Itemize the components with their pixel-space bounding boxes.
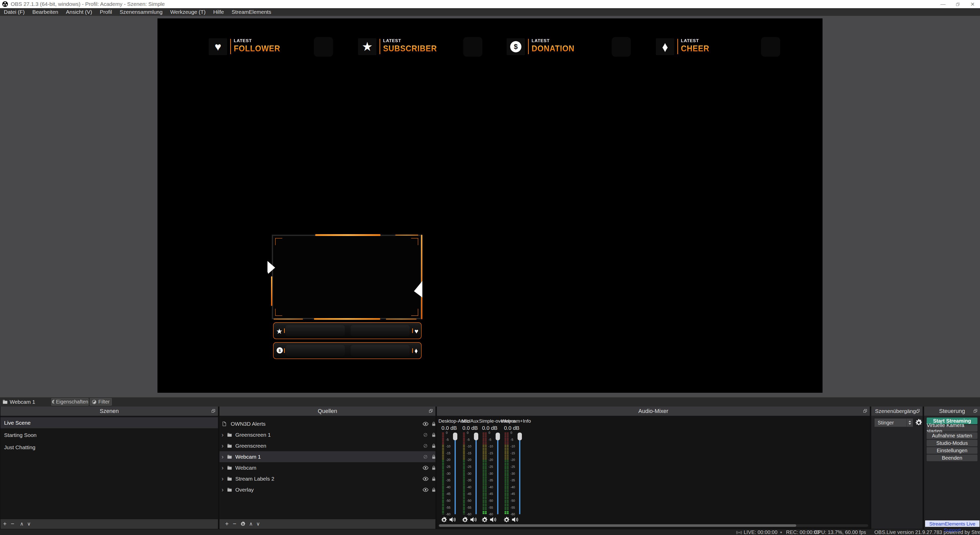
dollar-coin-icon: $	[507, 38, 525, 55]
volume-slider[interactable]	[474, 433, 479, 514]
add-source-button[interactable]: +	[225, 519, 229, 529]
start-recording-button[interactable]: Aufnahme starten	[927, 432, 977, 439]
move-scene-down-button[interactable]: ∨	[27, 519, 31, 529]
studio-mode-button[interactable]: Studio-Modus	[927, 440, 977, 446]
minimize-button[interactable]: —	[935, 0, 950, 8]
channel-gear-icon[interactable]	[441, 517, 447, 523]
scene-item[interactable]: Live Scene	[0, 417, 218, 428]
hidden-eye-icon[interactable]	[423, 433, 428, 437]
source-row[interactable]: › Overlay	[220, 484, 435, 495]
dock-icon[interactable]	[863, 409, 867, 413]
scene-item[interactable]: Starting Soon	[0, 430, 218, 441]
frame-accent	[395, 235, 418, 235]
expand-chevron-icon[interactable]: ›	[221, 462, 224, 473]
settings-button[interactable]: Einstellungen	[927, 447, 977, 454]
chevron-down-icon	[908, 423, 911, 425]
lock-icon[interactable]	[432, 455, 436, 459]
speaker-icon[interactable]	[490, 517, 496, 522]
banner-divider	[528, 39, 529, 54]
channel-gear-icon[interactable]	[482, 517, 488, 523]
source-toolbar: Webcam 1 Eigenschaften Filter	[0, 398, 980, 407]
visible-eye-icon[interactable]	[423, 477, 428, 481]
source-properties-gear-icon[interactable]	[240, 521, 245, 527]
source-row[interactable]: OWN3D Alerts	[220, 418, 435, 429]
dollar-coin-icon: $	[277, 347, 283, 353]
expand-chevron-icon[interactable]: ›	[221, 440, 224, 451]
slider-handle[interactable]	[517, 433, 522, 440]
menu-bearbeiten[interactable]: Bearbeiten	[29, 8, 62, 16]
visible-eye-icon[interactable]	[423, 466, 428, 470]
visible-eye-icon[interactable]	[423, 488, 428, 492]
source-row[interactable]: › Greenscreen 1	[220, 429, 435, 440]
hidden-eye-icon[interactable]	[423, 455, 428, 459]
properties-button[interactable]: Eigenschaften	[51, 398, 89, 406]
expand-chevron-icon[interactable]: ›	[221, 451, 224, 462]
streamelements-support-button[interactable]: StreamElements Live Support	[925, 521, 980, 527]
menu-streamelements[interactable]: StreamElements	[228, 8, 275, 16]
speaker-icon[interactable]	[470, 517, 477, 522]
remove-scene-button[interactable]: −	[11, 519, 14, 529]
channel-gear-icon[interactable]	[504, 517, 510, 523]
scene-item[interactable]: Just Chatting	[0, 442, 218, 453]
source-row-selected[interactable]: › Webcam 1	[220, 451, 435, 462]
expand-chevron-icon[interactable]: ›	[221, 484, 224, 495]
visible-eye-icon[interactable]	[423, 422, 428, 426]
slider-handle[interactable]	[496, 433, 500, 440]
hidden-eye-icon[interactable]	[423, 444, 428, 448]
dock-icon[interactable]	[429, 409, 433, 413]
webcam-label-bar-1: ★ ♥	[273, 322, 422, 339]
lock-icon[interactable]	[432, 444, 436, 448]
select-spinner[interactable]	[907, 418, 913, 427]
menu-szenensammlung[interactable]: Szenensammlung	[116, 8, 166, 16]
restore-button[interactable]	[950, 0, 965, 8]
dock-icon[interactable]	[974, 409, 978, 413]
slider-handle[interactable]	[453, 433, 457, 440]
channel-level: 0.0 dB	[460, 425, 481, 431]
program-canvas[interactable]: ♥ LATEST FOLLOWER ★ LATEST SUBSCRIBER $ …	[158, 18, 822, 393]
selected-source-name: Webcam 1	[10, 398, 35, 407]
lock-icon[interactable]	[432, 466, 436, 470]
mixer-scrollbar-thumb[interactable]	[439, 524, 796, 527]
close-button[interactable]: ×	[965, 0, 980, 8]
filters-button[interactable]: Filter	[90, 398, 112, 406]
scenes-toolbar: + − ∧ ∨	[0, 519, 218, 529]
lock-icon[interactable]	[432, 433, 436, 437]
channel-gear-icon[interactable]	[462, 517, 468, 523]
source-row[interactable]: › Greenscreen	[220, 440, 435, 451]
move-source-down-button[interactable]: ∨	[256, 519, 260, 529]
dock-icon[interactable]	[916, 409, 920, 413]
remove-source-button[interactable]: −	[233, 519, 236, 529]
exit-button[interactable]: Beenden	[927, 455, 977, 461]
volume-meter	[507, 433, 509, 514]
volume-slider[interactable]	[517, 433, 522, 514]
slider-handle[interactable]	[474, 433, 478, 440]
lock-icon[interactable]	[432, 487, 436, 492]
menu-hilfe[interactable]: Hilfe	[209, 8, 228, 16]
menu-werkzeuge[interactable]: Werkzeuge (T)	[166, 8, 209, 16]
menu-ansicht[interactable]: Ansicht (V)	[62, 8, 96, 16]
volume-slider[interactable]	[453, 433, 458, 514]
transitions-panel-header: Szenenübergänge	[871, 407, 923, 416]
lock-icon[interactable]	[432, 476, 436, 481]
start-virtual-camera-button[interactable]: Virtuelle Kamera starten	[927, 425, 977, 431]
lock-icon[interactable]	[432, 422, 436, 426]
transition-gear-icon[interactable]	[915, 419, 922, 426]
speaker-icon[interactable]	[512, 517, 519, 522]
expand-chevron-icon[interactable]: ›	[221, 473, 224, 484]
source-row[interactable]: › Webcam	[220, 462, 435, 473]
expand-chevron-icon[interactable]: ›	[221, 429, 224, 440]
obslive-version: OBS.Live version 21.9.27.783 powered by …	[874, 529, 980, 535]
move-source-up-button[interactable]: ∧	[249, 519, 253, 529]
volume-slider[interactable]	[496, 433, 500, 514]
banner-placeholder	[314, 37, 333, 57]
title-bar[interactable]: OBS 27.1.3 (64-bit, windows) - Profil: A…	[0, 0, 980, 8]
menu-profil[interactable]: Profil	[96, 8, 116, 16]
dock-icon[interactable]	[211, 409, 216, 413]
menu-datei[interactable]: Datei (F)	[0, 8, 29, 16]
transition-select[interactable]: Stinger	[874, 418, 913, 427]
move-scene-up-button[interactable]: ∧	[20, 519, 24, 529]
mixer-scrollbar[interactable]	[438, 524, 868, 527]
add-scene-button[interactable]: +	[3, 519, 6, 529]
speaker-icon[interactable]	[449, 517, 456, 522]
source-row[interactable]: › Stream Labels 2	[220, 473, 435, 484]
